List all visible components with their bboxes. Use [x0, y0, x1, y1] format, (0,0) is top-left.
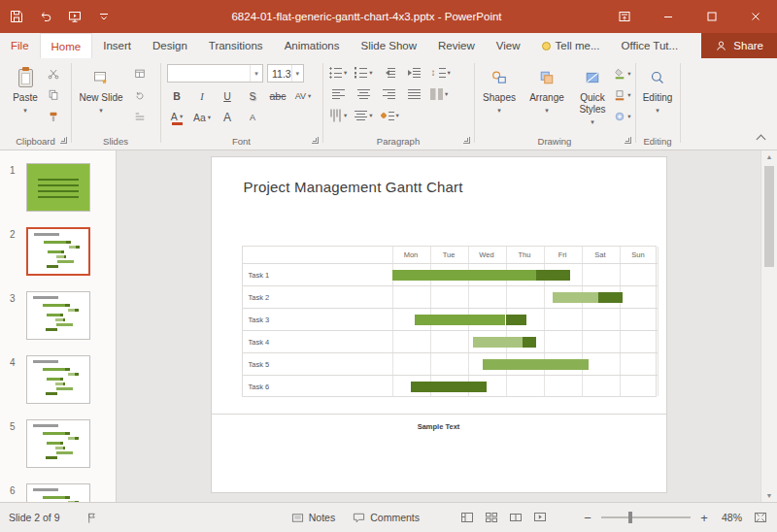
minimize-button[interactable] — [646, 0, 690, 33]
start-slideshow-button[interactable] — [66, 8, 84, 25]
tab-animations[interactable]: Animations — [274, 33, 351, 58]
bold-button[interactable]: B — [168, 89, 186, 104]
tab-home[interactable]: Home — [40, 33, 93, 58]
close-button[interactable] — [733, 0, 777, 33]
gantt-bar[interactable] — [523, 337, 536, 348]
columns-button[interactable]: ▾ — [430, 87, 448, 102]
zoom-in-button[interactable]: + — [698, 511, 710, 525]
gantt-day-header[interactable]: Sun — [620, 247, 658, 263]
gantt-bar[interactable] — [536, 270, 570, 281]
align-center-button[interactable] — [355, 87, 372, 102]
drawing-dialog-launcher[interactable] — [625, 137, 631, 144]
tab-view[interactable]: View — [486, 33, 531, 58]
current-slide[interactable]: Project Management Gantt Chart MonTueWed… — [211, 156, 667, 493]
tab-design[interactable]: Design — [142, 33, 198, 58]
paragraph-dialog-launcher[interactable] — [463, 137, 470, 144]
gantt-task-row[interactable]: Task 5 — [243, 352, 658, 375]
slide-thumbnail-3[interactable] — [26, 291, 90, 340]
fit-slide-to-window-button[interactable] — [754, 511, 767, 524]
gantt-task-row[interactable]: Task 6 — [243, 375, 658, 397]
text-direction-button[interactable]: ▾ — [329, 109, 347, 123]
shape-outline-button[interactable]: ▾ — [614, 87, 631, 102]
gantt-bar[interactable] — [506, 315, 526, 325]
scrollbar-thumb[interactable] — [764, 166, 774, 267]
collapse-ribbon-button[interactable] — [754, 131, 767, 143]
gantt-bar[interactable] — [598, 292, 623, 303]
grow-font-button[interactable]: A — [219, 111, 236, 125]
tab-insert[interactable]: Insert — [92, 33, 142, 58]
vertical-scrollbar[interactable]: ▲ ▼ — [760, 150, 777, 502]
tab-file[interactable]: File — [0, 33, 40, 58]
justify-button[interactable] — [405, 87, 422, 102]
gantt-bar[interactable] — [392, 270, 536, 281]
line-spacing-button[interactable]: ▾ — [431, 66, 451, 81]
share-button[interactable]: Share — [701, 33, 777, 58]
change-case-button[interactable]: Aa▾ — [193, 111, 211, 125]
gantt-task-label[interactable]: Task 4 — [249, 331, 270, 353]
gantt-task-label[interactable]: Task 3 — [249, 309, 270, 331]
gantt-task-row[interactable]: Task 1 — [243, 263, 658, 285]
shape-effects-button[interactable]: ▾ — [614, 109, 631, 123]
undo-button[interactable] — [37, 8, 54, 25]
zoom-out-button[interactable]: − — [582, 511, 593, 525]
gantt-day-header[interactable]: Thu — [506, 247, 544, 263]
slide-thumbnail-2[interactable] — [26, 227, 90, 276]
maximize-button[interactable] — [690, 0, 733, 33]
quick-styles-button[interactable]: Quick Styles ▾ — [571, 62, 614, 136]
font-dialog-launcher[interactable] — [312, 137, 319, 144]
zoom-slider-thumb[interactable] — [628, 512, 632, 523]
zoom-slider[interactable] — [601, 511, 691, 524]
gantt-day-header[interactable]: Wed — [468, 247, 506, 263]
paste-button[interactable]: Paste ▾ — [4, 62, 47, 136]
gantt-day-header[interactable]: Sat — [582, 247, 620, 263]
ribbon-display-options-button[interactable] — [602, 0, 646, 33]
font-name-select[interactable]: ▾ — [167, 64, 263, 83]
slide-thumbnail-4[interactable] — [26, 355, 90, 404]
gantt-task-label[interactable]: Task 1 — [249, 264, 270, 286]
slide-sorter-view-button[interactable] — [485, 511, 498, 524]
gantt-bar[interactable] — [483, 359, 589, 370]
gantt-day-header[interactable]: Tue — [430, 247, 468, 263]
new-slide-button[interactable]: New Slide ▾ — [77, 62, 125, 136]
italic-button[interactable]: I — [193, 89, 211, 104]
tab-office-tut[interactable]: Office Tut... — [611, 33, 690, 58]
slideshow-view-button[interactable] — [533, 511, 547, 524]
numbering-button[interactable]: ▾ — [355, 66, 372, 81]
gantt-bar[interactable] — [473, 337, 523, 348]
gantt-task-label[interactable]: Task 6 — [249, 376, 270, 398]
font-color-button[interactable]: A▾ — [168, 111, 186, 125]
font-size-select[interactable]: 11.3 ▾ — [267, 64, 304, 83]
editing-button[interactable]: Editing ▾ — [636, 62, 679, 136]
shapes-button[interactable]: Shapes ▾ — [478, 62, 521, 136]
notes-button[interactable]: Notes — [291, 512, 335, 524]
text-shadow-button[interactable]: S — [244, 89, 261, 104]
increase-indent-button[interactable] — [406, 66, 423, 81]
align-left-button[interactable] — [329, 87, 347, 102]
copy-button[interactable] — [45, 87, 62, 102]
slide-thumbnail-5[interactable] — [26, 419, 90, 468]
decrease-indent-button[interactable] — [381, 66, 398, 81]
slide-thumbnail-1[interactable] — [26, 163, 90, 212]
slide-title[interactable]: Project Management Gantt Chart — [244, 179, 463, 195]
tab-review[interactable]: Review — [427, 33, 486, 58]
clipboard-dialog-launcher[interactable] — [60, 137, 67, 144]
gantt-task-row[interactable]: Task 2 — [243, 285, 658, 308]
save-button[interactable] — [8, 8, 25, 25]
zoom-level[interactable]: 48% — [722, 512, 742, 523]
gantt-task-label[interactable]: Task 2 — [249, 286, 270, 309]
gantt-task-row[interactable]: Task 3 — [243, 308, 658, 330]
slide-layout-button[interactable] — [131, 66, 149, 81]
character-spacing-button[interactable]: AV▾ — [294, 89, 312, 104]
strikethrough-button[interactable]: abc — [269, 89, 287, 104]
gantt-bar[interactable] — [411, 382, 487, 392]
underline-button[interactable]: U — [219, 89, 236, 104]
arrange-button[interactable]: Arrange ▾ — [524, 62, 569, 136]
convert-to-smartart-button[interactable]: ▾ — [381, 109, 399, 123]
comments-button[interactable]: Comments — [353, 512, 420, 524]
slide-footer-text[interactable]: Sample Text — [212, 422, 666, 431]
customize-qat-button[interactable] — [95, 8, 113, 25]
format-painter-button[interactable] — [45, 109, 62, 123]
section-button[interactable] — [131, 109, 149, 123]
bullets-button[interactable]: ▾ — [329, 66, 347, 81]
gantt-task-label[interactable]: Task 5 — [249, 353, 270, 376]
